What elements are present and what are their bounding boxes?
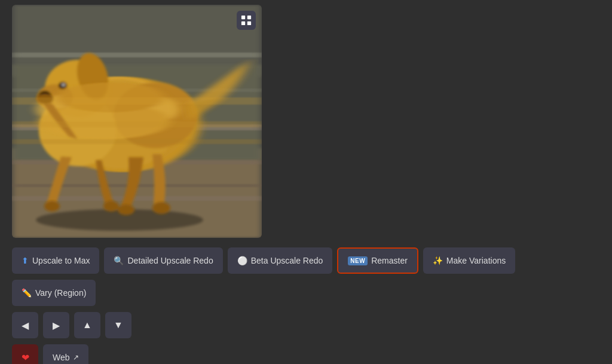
image-area [12, 5, 262, 238]
remaster-label: Remaster [371, 256, 408, 265]
upscale-icon: ⬆ [22, 256, 29, 265]
heart-button[interactable]: ❤ [12, 344, 38, 364]
buttons-area: ⬆ Upscale to Max 🔍 Detailed Upscale Redo… [12, 247, 600, 364]
arrow-right-button[interactable]: ▶ [43, 312, 69, 338]
grid-expand-icon[interactable] [237, 11, 256, 30]
search-circle-icon: 🔍 [114, 256, 124, 265]
vary-region-button[interactable]: ✏️ Vary (Region) [12, 280, 96, 306]
remaster-button[interactable]: NEW Remaster [337, 247, 418, 274]
primary-button-row: ⬆ Upscale to Max 🔍 Detailed Upscale Redo… [12, 247, 600, 274]
web-button[interactable]: Web ↗ [43, 344, 88, 364]
arrow-down-icon: ▼ [114, 320, 123, 331]
beta-upscale-redo-label: Beta Upscale Redo [251, 256, 323, 265]
sparkle-icon: ✨ [433, 256, 443, 265]
svg-rect-37 [247, 22, 251, 25]
detailed-upscale-redo-label: Detailed Upscale Redo [127, 256, 213, 265]
arrow-down-button[interactable]: ▼ [105, 312, 131, 338]
web-label: Web [53, 353, 70, 362]
make-variations-label: Make Variations [446, 256, 506, 265]
svg-point-26 [152, 202, 170, 214]
svg-rect-31 [12, 97, 262, 105]
svg-rect-32 [12, 121, 262, 127]
new-badge: NEW [348, 256, 368, 265]
arrow-left-button[interactable]: ◀ [12, 312, 38, 338]
upscale-to-max-button[interactable]: ⬆ Upscale to Max [12, 247, 99, 274]
secondary-button-row: ✏️ Vary (Region) [12, 280, 600, 306]
external-link-icon: ↗ [73, 353, 79, 362]
main-container: ⬆ Upscale to Max 🔍 Detailed Upscale Redo… [0, 0, 612, 364]
arrow-up-button[interactable]: ▲ [74, 312, 100, 338]
circle-icon: ⚪ [237, 256, 247, 265]
svg-rect-35 [247, 16, 251, 19]
svg-point-29 [103, 201, 119, 212]
upscale-to-max-label: Upscale to Max [32, 256, 90, 265]
make-variations-button[interactable]: ✨ Make Variations [423, 247, 515, 274]
svg-point-28 [44, 201, 60, 212]
beta-upscale-redo-button[interactable]: ⚪ Beta Upscale Redo [228, 247, 333, 274]
svg-rect-36 [241, 22, 245, 25]
arrow-up-icon: ▲ [82, 320, 92, 331]
svg-point-21 [62, 84, 65, 87]
arrow-left-icon: ◀ [22, 320, 29, 331]
svg-point-27 [118, 204, 134, 215]
vary-region-label: Vary (Region) [35, 288, 86, 298]
arrow-button-row: ◀ ▶ ▲ ▼ [12, 312, 600, 338]
dog-image [12, 5, 262, 238]
detailed-upscale-redo-button[interactable]: 🔍 Detailed Upscale Redo [104, 247, 222, 274]
pencil-icon: ✏️ [22, 288, 32, 298]
utility-button-row: ❤ Web ↗ [12, 344, 600, 364]
svg-rect-33 [12, 139, 262, 144]
svg-rect-4 [12, 53, 262, 57]
arrow-right-icon: ▶ [53, 320, 60, 331]
svg-rect-34 [241, 16, 245, 19]
heart-icon: ❤ [22, 352, 29, 363]
